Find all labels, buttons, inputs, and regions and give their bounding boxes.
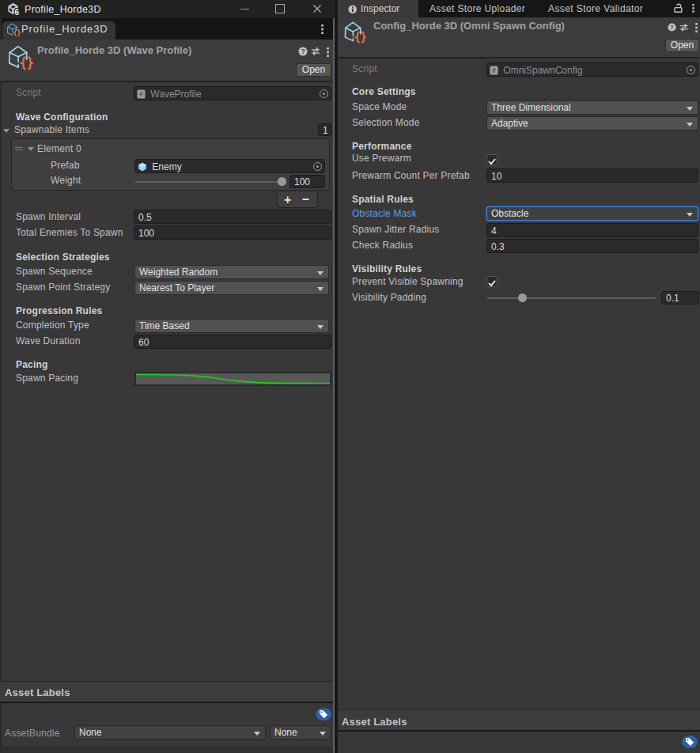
svg-text:?: ?: [670, 24, 674, 31]
svg-text:6: 6: [15, 8, 20, 16]
svg-text:#: #: [139, 90, 143, 98]
svg-text:?: ?: [301, 47, 305, 55]
svg-text:#: #: [492, 66, 496, 74]
